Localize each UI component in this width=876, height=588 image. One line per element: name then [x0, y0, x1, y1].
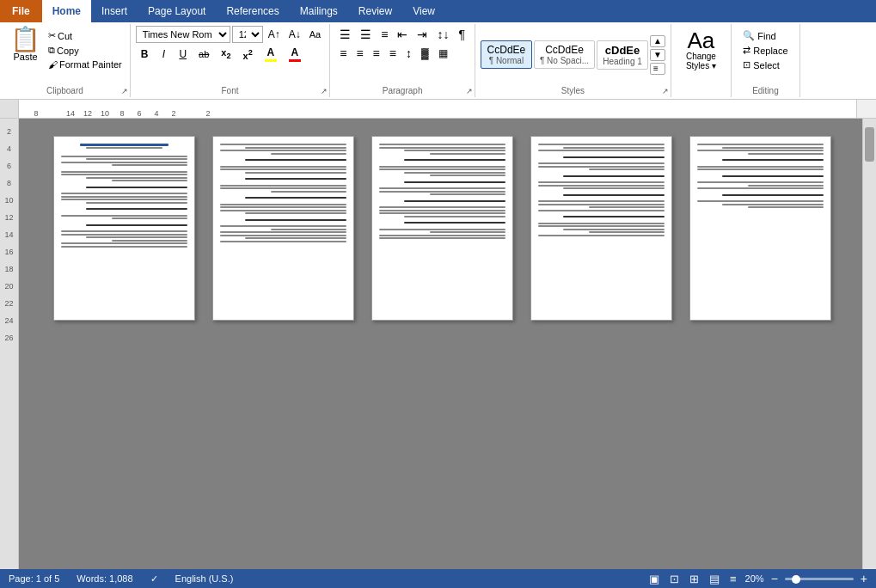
clear-format-button[interactable]: Aa	[306, 28, 324, 41]
subscript-button[interactable]: x2	[216, 46, 236, 62]
styles-scroll-down-button[interactable]: ▼	[650, 49, 665, 61]
format-painter-label: Format Painter	[59, 59, 122, 70]
page-5	[689, 136, 831, 321]
cut-icon: ✂	[48, 30, 56, 41]
clipboard-small-buttons: ✂ Cut ⧉ Copy 🖌 Format Painter	[46, 26, 125, 70]
ruler-mark: 10	[96, 109, 113, 118]
tab-review[interactable]: Review	[348, 0, 402, 22]
left-ruler-mark: 4	[7, 144, 11, 162]
sort-button[interactable]: ↕↓	[432, 26, 453, 43]
web-layout-button[interactable]: ⊞	[688, 573, 701, 585]
font-color-button[interactable]: A	[284, 45, 306, 64]
styles-label: Styles	[475, 86, 671, 95]
paragraph-expand-icon[interactable]: ↗	[466, 87, 473, 95]
replace-label: Replace	[753, 46, 787, 56]
styles-expand-icon[interactable]: ↗	[662, 87, 669, 95]
superscript-button[interactable]: x2	[238, 46, 258, 63]
text-highlight-button[interactable]: A	[260, 45, 282, 64]
scrollbar-right[interactable]	[862, 119, 876, 569]
tab-view[interactable]: View	[402, 0, 445, 22]
copy-button[interactable]: ⧉ Copy	[46, 44, 125, 57]
underline-button[interactable]: U	[174, 46, 192, 62]
strikethrough-button[interactable]: ab	[193, 47, 214, 61]
select-icon: ⊡	[743, 59, 750, 70]
indent-decrease-button[interactable]: ⇤	[393, 26, 412, 43]
outline-view-button[interactable]: ▤	[708, 573, 721, 585]
style-normal[interactable]: CcDdEe ¶ Normal	[481, 40, 532, 69]
style-normal-text: CcDdEe	[487, 44, 526, 56]
proofing-icon[interactable]: ✓	[150, 573, 158, 585]
scrollbar-thumb[interactable]	[865, 127, 874, 162]
style-no-spacing-label: ¶ No Spaci...	[540, 56, 589, 65]
show-hide-button[interactable]: ¶	[454, 26, 469, 43]
replace-button[interactable]: ⇄ Replace	[740, 44, 790, 57]
tab-mailings[interactable]: Mailings	[290, 0, 348, 22]
change-styles-icon: Aa	[688, 29, 715, 52]
tab-insert[interactable]: Insert	[91, 0, 138, 22]
styles-more-button[interactable]: ≡	[650, 63, 665, 75]
align-center-button[interactable]: ≡	[352, 45, 367, 62]
paragraph-row2: ≡ ≡ ≡ ≡ ↕ ▓ ▦	[335, 45, 451, 62]
align-right-button[interactable]: ≡	[369, 45, 384, 62]
paragraph-row1: ☰ ☰ ≡ ⇤ ⇥ ↕↓ ¶	[335, 26, 469, 43]
status-bar: Page: 1 of 5 Words: 1,088 ✓ English (U.S…	[0, 569, 876, 588]
page-4	[530, 136, 672, 321]
multilevel-list-button[interactable]: ≡	[377, 26, 392, 43]
tab-references[interactable]: References	[216, 0, 289, 22]
styles-group: CcDdEe ¶ Normal CcDdEe ¶ No Spaci... cDd…	[475, 24, 671, 97]
zoom-slider-thumb[interactable]	[792, 575, 800, 584]
style-no-spacing-text: CcDdEe	[540, 44, 589, 56]
font-size-select[interactable]: 12	[232, 26, 263, 43]
tab-page-layout[interactable]: Page Layout	[138, 0, 216, 22]
font-expand-icon[interactable]: ↗	[321, 87, 328, 95]
zoom-in-button[interactable]: +	[861, 572, 867, 585]
clipboard-label: Clipboard	[0, 86, 130, 95]
shading-button[interactable]: ▓	[417, 46, 433, 61]
font-name-select[interactable]: Times New Rom	[136, 26, 230, 43]
left-ruler-mark: 16	[4, 248, 13, 265]
find-button[interactable]: 🔍 Find	[740, 29, 778, 42]
ruler-mark: 2	[165, 109, 182, 118]
font-shrink-button[interactable]: A↓	[285, 27, 304, 42]
left-ruler: 2 4 6 8 10 12 14 16 18 20 22 24 26	[0, 119, 19, 569]
indent-increase-button[interactable]: ⇥	[413, 26, 432, 43]
ruler: 8 14 12 10 8 6 4 2 2	[0, 100, 876, 119]
full-screen-button[interactable]: ⊡	[668, 573, 681, 585]
justify-button[interactable]: ≡	[385, 45, 401, 62]
print-layout-button[interactable]: ▣	[647, 573, 661, 585]
select-label: Select	[753, 60, 780, 70]
borders-button[interactable]: ▦	[434, 46, 452, 61]
line-spacing-button[interactable]: ↕	[401, 45, 416, 62]
left-ruler-mark: 20	[4, 282, 13, 299]
ruler-main[interactable]: 8 14 12 10 8 6 4 2 2	[19, 100, 857, 118]
format-painter-button[interactable]: 🖌 Format Painter	[46, 58, 125, 70]
left-ruler-mark: 24	[4, 316, 13, 334]
style-heading1[interactable]: cDdEe Heading 1	[597, 40, 648, 70]
change-styles-group: Aa Change Styles ▾	[671, 24, 732, 97]
zoom-out-button[interactable]: −	[771, 572, 778, 585]
zoom-slider[interactable]	[785, 578, 854, 580]
tab-file[interactable]: File	[0, 0, 42, 22]
draft-view-button[interactable]: ≡	[728, 573, 738, 585]
cut-button[interactable]: ✂ Cut	[46, 29, 125, 42]
page-1	[53, 136, 195, 321]
select-button[interactable]: ⊡ Select	[740, 58, 782, 71]
document-area[interactable]	[19, 119, 862, 569]
numbering-button[interactable]: ☰	[356, 26, 376, 43]
clipboard-expand-icon[interactable]: ↗	[121, 87, 128, 95]
font-grow-button[interactable]: A↑	[265, 27, 284, 42]
bold-button[interactable]: B	[136, 46, 154, 62]
style-no-spacing[interactable]: CcDdEe ¶ No Spaci...	[534, 40, 595, 69]
left-ruler-mark: 18	[4, 265, 13, 282]
styles-scroll-up-button[interactable]: ▲	[650, 35, 665, 47]
align-left-button[interactable]: ≡	[335, 45, 351, 62]
paste-button[interactable]: 📋 Paste	[5, 26, 46, 64]
replace-icon: ⇄	[743, 45, 750, 56]
tab-home[interactable]: Home	[42, 0, 91, 22]
ruler-mark: 6	[131, 109, 148, 118]
page-2	[212, 136, 354, 321]
ruler-marks: 8 14 12 10 8 6 4 2 2	[19, 109, 217, 118]
bullets-button[interactable]: ☰	[335, 26, 355, 43]
italic-button[interactable]: I	[155, 46, 172, 62]
change-styles-button[interactable]: Aa Change Styles ▾	[681, 26, 721, 74]
